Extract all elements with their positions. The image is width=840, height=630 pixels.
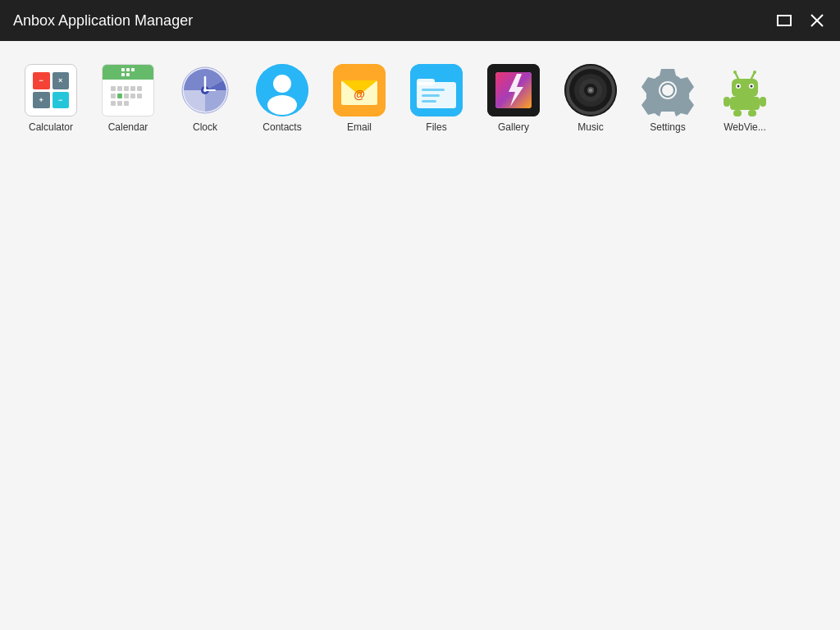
- svg-point-55: [737, 85, 740, 88]
- app-item-clock[interactable]: Clock: [171, 57, 240, 139]
- music-icon: [564, 64, 617, 116]
- app-item-contacts[interactable]: Contacts: [248, 57, 317, 139]
- svg-rect-52: [732, 79, 758, 97]
- settings-label: Settings: [650, 121, 685, 133]
- email-icon: @: [333, 64, 386, 116]
- svg-point-28: [267, 95, 297, 115]
- svg-rect-17: [137, 94, 142, 98]
- svg-rect-65: [748, 110, 756, 116]
- contacts-icon: [256, 64, 308, 116]
- svg-rect-62: [724, 97, 730, 107]
- calculator-label: Calculator: [29, 121, 73, 133]
- svg-point-59: [733, 71, 737, 74]
- minimize-button[interactable]: [774, 11, 794, 30]
- app-item-webview[interactable]: WebVie...: [710, 57, 779, 139]
- svg-rect-35: [417, 79, 435, 85]
- app-item-calculator[interactable]: − × + − Calculator: [16, 57, 85, 139]
- app-grid: − × + − Calculator: [16, 57, 824, 139]
- calendar-icon: [102, 64, 154, 116]
- svg-text:@: @: [354, 88, 365, 101]
- app-item-files[interactable]: Files: [402, 57, 471, 139]
- calendar-label: Calendar: [108, 121, 148, 133]
- calculator-icon: − × + −: [25, 64, 77, 116]
- svg-rect-3: [121, 68, 125, 71]
- app-title: Anbox Application Manager: [13, 12, 193, 30]
- close-button[interactable]: [807, 11, 827, 30]
- svg-rect-11: [130, 86, 135, 91]
- files-label: Files: [426, 121, 446, 133]
- gallery-label: Gallery: [498, 121, 529, 133]
- svg-rect-14: [117, 94, 122, 98]
- svg-point-60: [753, 71, 756, 74]
- clock-label: Clock: [193, 121, 217, 133]
- svg-rect-9: [117, 86, 122, 91]
- svg-rect-0: [778, 16, 791, 25]
- svg-rect-5: [131, 68, 135, 71]
- gallery-icon: [487, 64, 540, 116]
- svg-rect-13: [111, 94, 116, 98]
- app-item-gallery[interactable]: Gallery: [479, 57, 548, 139]
- svg-rect-37: [422, 94, 440, 97]
- window-controls: [774, 11, 827, 30]
- webview-label: WebVie...: [724, 121, 766, 133]
- email-label: Email: [347, 121, 372, 133]
- main-content: − × + − Calculator: [0, 41, 840, 630]
- contacts-label: Contacts: [262, 121, 301, 133]
- svg-rect-7: [126, 73, 130, 76]
- svg-point-49: [589, 89, 592, 92]
- svg-rect-19: [117, 101, 122, 106]
- app-item-calendar[interactable]: Calendar: [94, 57, 162, 139]
- svg-rect-36: [422, 89, 445, 91]
- svg-rect-18: [111, 101, 116, 106]
- title-bar: Anbox Application Manager: [0, 0, 840, 41]
- minimize-icon: [777, 15, 792, 26]
- svg-rect-61: [730, 97, 760, 110]
- webview-icon: [719, 64, 771, 116]
- svg-rect-64: [733, 110, 742, 116]
- svg-rect-16: [130, 94, 135, 98]
- close-icon: [810, 14, 824, 27]
- svg-rect-4: [126, 68, 130, 71]
- app-item-music[interactable]: Music: [556, 57, 625, 139]
- svg-rect-6: [121, 73, 125, 76]
- svg-rect-12: [137, 86, 142, 91]
- svg-rect-10: [124, 86, 129, 91]
- files-icon: [410, 64, 463, 116]
- svg-rect-20: [124, 101, 129, 106]
- music-label: Music: [578, 121, 603, 133]
- svg-rect-63: [760, 97, 766, 107]
- svg-rect-38: [422, 100, 436, 103]
- svg-rect-8: [111, 86, 116, 91]
- svg-rect-15: [124, 94, 129, 98]
- svg-point-56: [751, 85, 753, 88]
- svg-point-25: [203, 89, 207, 92]
- app-item-email[interactable]: @ Email: [325, 57, 394, 139]
- app-item-settings[interactable]: Settings: [633, 57, 702, 139]
- clock-icon: [179, 64, 231, 116]
- settings-icon: [641, 64, 694, 116]
- svg-point-27: [273, 75, 291, 93]
